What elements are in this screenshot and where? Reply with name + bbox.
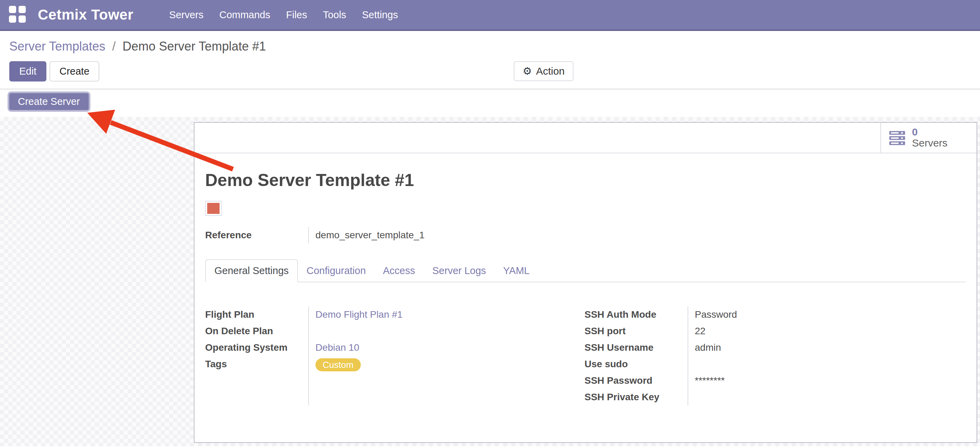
reference-value: demo_server_template_1	[308, 227, 425, 243]
record-title: Demo Server Template #1	[205, 171, 966, 190]
color-swatch	[205, 201, 222, 216]
app-brand[interactable]: Cetmix Tower	[38, 6, 133, 23]
breadcrumb-parent-link[interactable]: Server Templates	[9, 39, 105, 53]
main-menu: Servers Commands Files Tools Settings	[169, 9, 398, 21]
header-button-strip: Create Server	[0, 89, 980, 117]
reference-label: Reference	[205, 227, 308, 243]
field-label-on-delete-plan: On Delete Plan	[205, 323, 308, 339]
field-value-flight-plan[interactable]: Demo Flight Plan #1	[315, 309, 403, 320]
stat-button-row: 0 Servers	[194, 123, 977, 153]
form-sheet: 0 Servers Demo Server Template #1 Refere…	[194, 122, 977, 443]
field-label-ssh-username: SSH Username	[584, 339, 687, 356]
menu-item-files[interactable]: Files	[286, 9, 307, 21]
breadcrumb-separator: /	[112, 39, 115, 53]
action-button[interactable]: ⚙ Action	[514, 61, 573, 81]
tag-custom: Custom	[315, 358, 361, 371]
field-group-right: SSH Auth Mode SSH port SSH Username Use …	[584, 307, 966, 405]
field-label-ssh-private-key: SSH Private Key	[584, 389, 687, 405]
field-label-tags: Tags	[205, 356, 308, 372]
control-panel: Server Templates / Demo Server Template …	[0, 31, 980, 89]
field-label-ssh-port: SSH port	[584, 323, 687, 339]
action-button-label: Action	[536, 65, 565, 77]
control-panel-buttons: Edit Create	[9, 61, 980, 81]
edit-button[interactable]: Edit	[9, 61, 46, 81]
menu-item-servers[interactable]: Servers	[169, 9, 204, 21]
tab-bar: General Settings Configuration Access Se…	[205, 259, 966, 282]
stat-label: Servers	[912, 137, 947, 149]
menu-item-tools[interactable]: Tools	[323, 9, 346, 21]
tab-page-general-settings: Flight Plan On Delete Plan Operating Sys…	[205, 307, 966, 405]
field-value-ssh-private-key	[688, 389, 966, 405]
tab-access[interactable]: Access	[375, 260, 424, 282]
field-label-flight-plan: Flight Plan	[205, 307, 308, 323]
gear-icon: ⚙	[523, 66, 532, 76]
notebook: General Settings Configuration Access Se…	[205, 259, 966, 405]
field-label-operating-system: Operating System	[205, 339, 308, 356]
field-label-ssh-password: SSH Password	[584, 372, 687, 389]
menu-item-settings[interactable]: Settings	[362, 9, 398, 21]
breadcrumb: Server Templates / Demo Server Template …	[9, 31, 980, 54]
server-stack-icon	[889, 129, 906, 147]
field-value-operating-system[interactable]: Debian 10	[315, 342, 360, 353]
apps-grid-icon[interactable]	[9, 6, 27, 24]
sheet-body: Demo Server Template #1 Reference demo_s…	[194, 171, 977, 405]
field-label-use-sudo: Use sudo	[584, 356, 687, 372]
tab-general-settings[interactable]: General Settings	[205, 259, 298, 282]
breadcrumb-current: Demo Server Template #1	[123, 39, 266, 53]
servers-stat-button[interactable]: 0 Servers	[880, 123, 977, 153]
create-server-button[interactable]: Create Server	[8, 91, 91, 112]
reference-field-row: Reference demo_server_template_1	[205, 227, 966, 243]
field-value-ssh-port: 22	[688, 323, 966, 339]
top-navbar: Cetmix Tower Servers Commands Files Tool…	[0, 0, 980, 31]
field-group-left: Flight Plan On Delete Plan Operating Sys…	[205, 307, 584, 405]
field-value-ssh-username: admin	[688, 339, 966, 356]
tab-configuration[interactable]: Configuration	[298, 260, 375, 282]
field-value-use-sudo	[688, 356, 966, 372]
field-value-ssh-password: ********	[688, 372, 966, 389]
field-value-on-delete-plan	[309, 323, 584, 339]
content-area: 0 Servers Demo Server Template #1 Refere…	[0, 117, 980, 446]
field-label-ssh-auth-mode: SSH Auth Mode	[584, 307, 687, 323]
tab-server-logs[interactable]: Server Logs	[424, 260, 495, 282]
menu-item-commands[interactable]: Commands	[219, 9, 270, 21]
color-swatch-inner	[207, 203, 220, 214]
tab-yaml[interactable]: YAML	[495, 260, 538, 282]
stat-value: 0	[912, 127, 947, 137]
field-value-ssh-auth-mode: Password	[688, 307, 966, 323]
create-button[interactable]: Create	[49, 61, 99, 81]
